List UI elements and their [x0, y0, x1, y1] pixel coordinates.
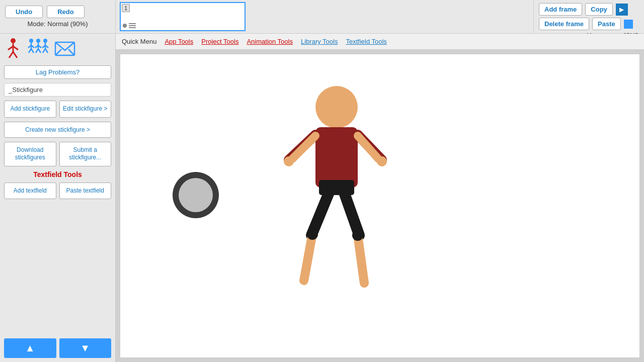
svg-rect-30 — [315, 127, 358, 188]
svg-line-25 — [55, 49, 61, 55]
frame-buttons-row-1: Add frame Copy ▶ — [539, 3, 639, 16]
add-stickfigure-button[interactable]: Add stickfigure — [4, 101, 56, 118]
add-frame-button[interactable]: Add frame — [539, 3, 582, 16]
color-swatch[interactable] — [624, 20, 633, 29]
svg-line-40 — [304, 234, 312, 281]
download-submit-btns: Download stickfigures Submit a stickfigu… — [4, 142, 111, 166]
download-stickfigures-button[interactable]: Download stickfigures — [4, 142, 56, 166]
canvas-area: Quick Menu App Tools Project Tools Anima… — [116, 34, 644, 362]
stickfigure-section-label: _Stickfigure — [4, 83, 111, 97]
add-textfield-button[interactable]: Add textfield — [4, 183, 56, 200]
stickfigure-single-icon — [4, 38, 22, 60]
svg-line-17 — [38, 49, 41, 53]
main-area: Lag Problems? _Stickfigure Add stickfigu… — [0, 34, 644, 362]
stickfigure-svg — [271, 79, 402, 301]
undo-button[interactable]: Undo — [5, 6, 43, 18]
animation-tools-link[interactable]: Animation Tools — [247, 38, 293, 45]
up-arrow-icon: ▲ — [25, 342, 35, 354]
svg-line-39 — [344, 193, 359, 235]
library-tools-link[interactable]: Library Tools — [301, 38, 338, 45]
top-bar: Undo Redo Mode: Normal (90%) 1 Add frame… — [0, 0, 644, 34]
paste-textfield-button[interactable]: Paste textfield — [59, 183, 112, 200]
svg-line-22 — [43, 49, 45, 53]
svg-line-26 — [68, 49, 74, 55]
drawing-canvas[interactable] — [120, 54, 640, 358]
sidebar-icons-row — [4, 38, 111, 61]
frame-icon-line — [129, 23, 136, 24]
svg-line-10 — [29, 49, 31, 53]
project-tools-link[interactable]: Project Tools — [201, 38, 238, 45]
paste-button[interactable]: Paste — [592, 18, 621, 30]
envelope-icon-button[interactable] — [54, 40, 75, 59]
svg-point-42 — [307, 229, 318, 240]
svg-point-29 — [315, 86, 358, 128]
svg-line-23 — [45, 49, 48, 53]
move-down-button[interactable]: ▼ — [59, 338, 112, 358]
submit-stickfigure-button[interactable]: Submit a stickfigure... — [59, 142, 112, 166]
lag-problems-button[interactable]: Lag Problems? — [4, 65, 111, 79]
frame-icons — [123, 23, 136, 28]
stickfigure-group-icon-button[interactable] — [26, 38, 50, 61]
frame-thumbnail[interactable]: 1 — [120, 2, 246, 31]
ball-svg — [171, 170, 221, 220]
svg-line-16 — [36, 49, 38, 53]
stickfigure-container — [271, 79, 402, 303]
add-edit-btns: Add stickfigure Edit stickfigure > — [4, 101, 111, 118]
quick-menu-bar: Quick Menu App Tools Project Tools Anima… — [116, 34, 644, 50]
svg-line-11 — [31, 49, 34, 53]
create-stickfigure-button[interactable]: Create new stickfigure > — [4, 122, 111, 138]
svg-point-0 — [11, 38, 16, 43]
edit-stickfigure-button[interactable]: Edit stickfigure > — [59, 101, 112, 118]
svg-line-41 — [358, 235, 364, 283]
move-up-button[interactable]: ▲ — [4, 338, 56, 358]
svg-line-4 — [9, 52, 13, 58]
next-frame-button[interactable]: ▶ — [616, 4, 628, 16]
frame-strip: 1 — [116, 0, 533, 33]
frame-number: 1 — [122, 4, 130, 12]
frame-icon-circle — [123, 24, 127, 28]
redo-button[interactable]: Redo — [47, 6, 85, 18]
svg-point-12 — [36, 39, 40, 43]
frame-icon-line — [129, 25, 136, 26]
ball-container — [171, 170, 221, 222]
svg-line-38 — [311, 193, 329, 235]
undo-redo-row: Undo Redo — [5, 6, 110, 18]
app-tools-link[interactable]: App Tools — [165, 38, 193, 45]
envelope-icon — [54, 40, 75, 57]
svg-point-6 — [29, 39, 33, 43]
copy-button[interactable]: Copy — [585, 3, 613, 16]
stickfigure-icon-button[interactable] — [4, 38, 22, 61]
delete-frame-button[interactable]: Delete frame — [539, 18, 589, 30]
svg-line-5 — [13, 52, 17, 58]
sidebar: Lag Problems? _Stickfigure Add stickfigu… — [0, 34, 116, 362]
svg-point-28 — [179, 178, 213, 212]
svg-point-43 — [352, 230, 363, 241]
mode-label: Mode: Normal (90%) — [5, 20, 110, 28]
frame-buttons-row-2: Delete frame Paste — [539, 18, 639, 30]
top-right-controls: Add frame Copy ▶ Delete frame Paste Memo… — [533, 0, 644, 33]
top-left-controls: Undo Redo Mode: Normal (90%) — [0, 0, 116, 33]
textfield-btns: Add textfield Paste textfield — [4, 183, 111, 200]
quick-menu-label: Quick Menu — [122, 38, 156, 45]
stickfigure-group-icon — [26, 38, 50, 60]
sidebar-bottom-arrows: ▲ ▼ — [4, 338, 111, 358]
down-arrow-icon: ▼ — [80, 342, 90, 354]
frame-icon-lines — [129, 23, 136, 28]
textfield-tools-section-title: Textfield Tools — [4, 170, 111, 178]
frame-icon-line — [129, 27, 136, 28]
svg-point-18 — [43, 39, 47, 43]
textfield-tools-link[interactable]: Textfield Tools — [346, 38, 386, 45]
